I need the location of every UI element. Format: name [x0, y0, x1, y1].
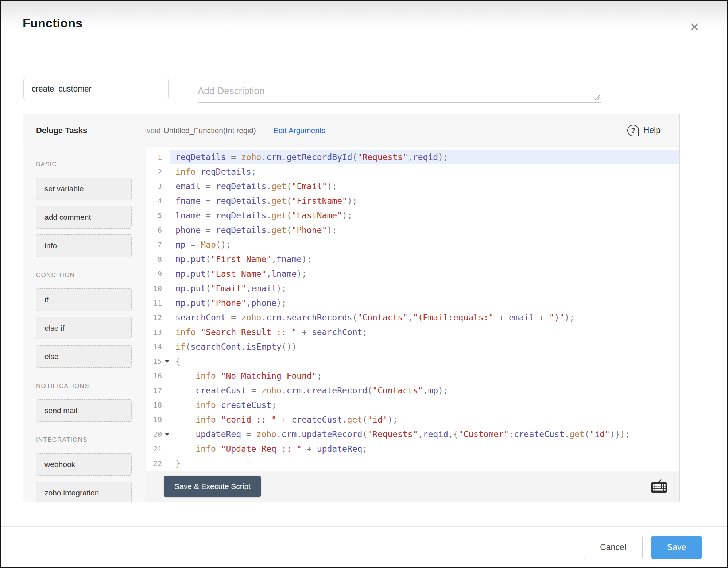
sidebar-section-label: INTEGRATIONS	[36, 436, 146, 444]
help-label: Help	[643, 125, 661, 135]
fold-arrow-icon[interactable]	[165, 360, 169, 363]
code-text: updateReq = zoho.crm.updateRecord("Reque…	[170, 427, 679, 441]
code-lines[interactable]: 1reqDetails = zoho.crm.getRecordById("Re…	[146, 147, 679, 471]
help-question-icon: ?	[627, 125, 639, 136]
code-line-2[interactable]: 2info reqDetails;	[146, 164, 679, 179]
help-button[interactable]: ? Help	[627, 125, 661, 136]
line-number: 2	[146, 164, 170, 179]
code-line-7[interactable]: 7mp = Map();	[146, 237, 679, 252]
code-text: fname = reqDetails.get("FirstName");	[170, 194, 679, 208]
code-text: reqDetails = zoho.crm.getRecordById("Req…	[170, 150, 679, 164]
function-signature: voidUntitled_Function(Int reqid)	[147, 126, 256, 135]
function-name-input[interactable]	[23, 78, 169, 100]
line-number: 17	[146, 383, 170, 398]
code-line-4[interactable]: 4fname = reqDetails.get("FirstName");	[146, 194, 679, 208]
code-line-6[interactable]: 6phone = reqDetails.get("Phone");	[146, 223, 679, 237]
save-execute-button[interactable]: Save & Execute Script	[164, 476, 261, 497]
code-line-10[interactable]: 10mp.put("Email",email);	[146, 281, 679, 296]
line-number: 18	[146, 398, 170, 412]
code-line-18[interactable]: 18 info createCust;	[146, 398, 679, 412]
line-number: 22	[146, 456, 170, 471]
panel-header: Deluge Tasks voidUntitled_Function(Int r…	[23, 114, 679, 147]
code-text: phone = reqDetails.get("Phone");	[170, 223, 679, 237]
panel-title: Deluge Tasks	[23, 126, 133, 135]
code-text: info "Update Req :: " + updateReq;	[170, 441, 679, 456]
dialog-header: Functions ✕	[1, 1, 727, 52]
code-line-1[interactable]: 1reqDetails = zoho.crm.getRecordById("Re…	[146, 150, 679, 164]
code-line-13[interactable]: 13info "Search Result :: " + searchCont;	[146, 325, 679, 339]
line-number: 12	[146, 310, 170, 325]
code-line-5[interactable]: 5lname = reqDetails.get("LastName");	[146, 208, 679, 223]
line-number: 11	[146, 296, 170, 310]
task-item-send-mail[interactable]: send mail	[36, 399, 132, 422]
code-text: mp.put("Phone",phone);	[170, 296, 679, 310]
description-input[interactable]	[198, 77, 601, 103]
task-item-zoho-integration[interactable]: zoho integration	[36, 482, 132, 502]
edit-arguments-link[interactable]: Edit Arguments	[274, 126, 325, 135]
line-number: 10	[146, 281, 170, 296]
line-number: 21	[146, 441, 170, 456]
code-text: email = reqDetails.get("Email");	[170, 179, 679, 194]
functions-dialog: Functions ✕ Deluge Tasks voidUntitled_Fu…	[0, 0, 728, 568]
code-text: if(searchCont.isEmpty())	[170, 339, 679, 354]
code-text: info "Search Result :: " + searchCont;	[170, 325, 679, 339]
code-line-15[interactable]: 15{	[146, 354, 679, 369]
code-line-19[interactable]: 19 info "conid :: " + createCust.get("id…	[146, 412, 679, 427]
task-item-else[interactable]: else	[36, 345, 132, 368]
close-icon[interactable]: ✕	[687, 20, 702, 34]
task-item-if[interactable]: if	[36, 288, 132, 311]
code-text: createCust = zoho.crm.createRecord("Cont…	[170, 383, 679, 398]
line-number: 16	[146, 369, 170, 383]
code-text: mp = Map();	[170, 237, 679, 252]
line-number: 9	[146, 267, 170, 281]
deluge-tasks-panel: Deluge Tasks voidUntitled_Function(Int r…	[23, 114, 680, 502]
code-text: mp.put("First_Name",fname);	[170, 252, 679, 267]
code-line-12[interactable]: 12searchCont = zoho.crm.searchRecords("C…	[146, 310, 679, 325]
line-number: 13	[146, 325, 170, 339]
code-text: searchCont = zoho.crm.searchRecords("Con…	[170, 310, 679, 325]
code-line-11[interactable]: 11mp.put("Phone",phone);	[146, 296, 679, 310]
page-title: Functions	[23, 16, 82, 30]
save-button[interactable]: Save	[651, 536, 702, 559]
editor-footer-strip: Save & Execute Script	[146, 471, 679, 502]
task-item-else-if[interactable]: else if	[36, 317, 132, 339]
code-text: mp.put("Last_Name",lname);	[170, 267, 679, 281]
line-number: 20	[146, 427, 170, 441]
sidebar-section-label: NOTIFICATIONS	[36, 382, 146, 390]
task-item-info[interactable]: info	[36, 234, 132, 257]
signature-name: Untitled_Function(Int reqid)	[164, 126, 256, 135]
line-number: 6	[146, 223, 170, 237]
code-text: info "conid :: " + createCust.get("id");	[170, 412, 679, 427]
line-number: 8	[146, 252, 170, 267]
panel-body: BASICset variableadd commentinfoCONDITIO…	[23, 147, 679, 502]
task-item-add-comment[interactable]: add comment	[36, 206, 132, 229]
line-number: 14	[146, 339, 170, 354]
code-text: {	[170, 354, 679, 369]
task-item-webhook[interactable]: webhook	[36, 453, 132, 476]
code-line-22[interactable]: 22}	[146, 456, 679, 471]
code-line-16[interactable]: 16 info "No Matching Found";	[146, 369, 679, 383]
code-line-8[interactable]: 8mp.put("First_Name",fname);	[146, 252, 679, 267]
code-line-9[interactable]: 9mp.put("Last_Name",lname);	[146, 267, 679, 281]
sidebar-section-label: BASIC	[36, 161, 146, 168]
code-text: }	[170, 456, 679, 471]
task-sidebar: BASICset variableadd commentinfoCONDITIO…	[23, 147, 146, 502]
code-line-14[interactable]: 14if(searchCont.isEmpty())	[146, 339, 679, 354]
code-line-20[interactable]: 20 updateReq = zoho.crm.updateRecord("Re…	[146, 427, 679, 441]
task-item-set-variable[interactable]: set variable	[36, 178, 132, 200]
sidebar-section-label: CONDITION	[36, 272, 146, 279]
code-line-21[interactable]: 21 info "Update Req :: " + updateReq;	[146, 441, 679, 456]
keyboard-icon[interactable]	[650, 479, 668, 494]
cancel-button[interactable]: Cancel	[584, 536, 643, 559]
code-editor: 1reqDetails = zoho.crm.getRecordById("Re…	[146, 147, 679, 502]
code-line-3[interactable]: 3email = reqDetails.get("Email");	[146, 179, 679, 194]
code-text: lname = reqDetails.get("LastName");	[170, 208, 679, 223]
line-number: 4	[146, 194, 170, 208]
code-line-17[interactable]: 17 createCust = zoho.crm.createRecord("C…	[146, 383, 679, 398]
line-number: 1	[146, 150, 170, 164]
line-number: 3	[146, 179, 170, 194]
code-text: info "No Matching Found";	[170, 369, 679, 383]
line-number: 5	[146, 208, 170, 223]
line-number: 7	[146, 237, 170, 252]
fold-arrow-icon[interactable]	[165, 433, 169, 436]
